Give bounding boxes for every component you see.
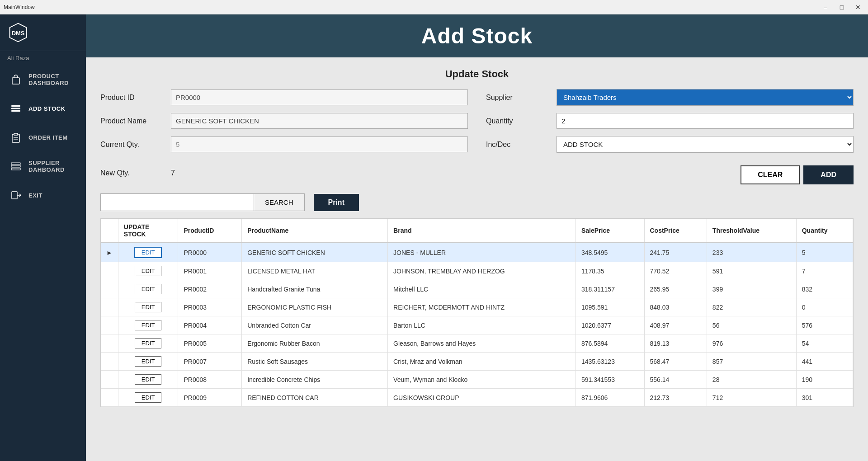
table-cell: 408.97 xyxy=(644,316,707,334)
table-row: ►EDITPR0000GENERIC SOFT CHICKENJONES - M… xyxy=(101,243,853,262)
table-cell: 1020.6377 xyxy=(576,316,644,334)
logo-icon: DMS xyxy=(7,22,29,43)
sidebar-label-product-dashboard: PRODUCT DASHBOARD xyxy=(28,73,79,86)
table-cell: 348.5495 xyxy=(576,243,644,262)
add-button[interactable]: ADD xyxy=(803,165,854,184)
table-row: EDITPR0008Incredible Concrete ChipsVeum,… xyxy=(101,371,853,389)
table-cell: 212.73 xyxy=(644,389,707,407)
edit-cell: EDIT xyxy=(118,243,178,262)
print-button[interactable]: Print xyxy=(314,194,359,211)
close-button[interactable]: ✕ xyxy=(852,3,864,12)
sidebar-user: Ali Raza xyxy=(0,51,86,65)
row-arrow xyxy=(101,334,118,353)
table-cell: GENERIC SOFT CHICKEN xyxy=(242,243,388,262)
col-quantity: Quantity xyxy=(796,219,853,243)
list-icon xyxy=(9,159,23,174)
product-id-input[interactable] xyxy=(171,89,468,105)
row-arrow xyxy=(101,371,118,389)
col-product-name: ProductName xyxy=(242,219,388,243)
table-cell: 576 xyxy=(796,316,853,334)
table-cell: 848.03 xyxy=(644,298,707,316)
quantity-input[interactable] xyxy=(557,113,854,129)
table-cell: 876.5894 xyxy=(576,334,644,353)
product-name-input[interactable] xyxy=(171,113,468,129)
table-header-row: UPDATESTOCK ProductID ProductName Brand … xyxy=(101,219,853,243)
main-content: Add Stock Update Stock Product ID Suppli… xyxy=(86,14,868,461)
table-cell: Barton LLC xyxy=(388,316,576,334)
sidebar-nav: PRODUCT DASHBOARD ADD STOCK xyxy=(0,65,86,461)
new-qty-value: 7 xyxy=(171,169,175,177)
table-cell: 832 xyxy=(796,280,853,298)
new-qty-row: New Qty. 7 xyxy=(100,169,175,177)
main-header: Add Stock xyxy=(86,14,868,57)
quantity-label: Quantity xyxy=(486,117,549,125)
table-cell: 54 xyxy=(796,334,853,353)
table-cell: 822 xyxy=(707,298,796,316)
sidebar-item-supplier-dashboard[interactable]: SUPPLIER DAHBOARD xyxy=(0,152,86,181)
table-cell: REICHERT, MCDERMOTT AND HINTZ xyxy=(388,298,576,316)
edit-button[interactable]: EDIT xyxy=(135,320,162,330)
bars-icon xyxy=(9,101,23,116)
inc-dec-select[interactable]: ADD STOCK REMOVE STOCK xyxy=(557,136,854,153)
table-cell: PR0005 xyxy=(178,334,242,353)
clipboard-icon xyxy=(9,130,23,145)
sidebar-label-add-stock: ADD STOCK xyxy=(28,105,66,112)
sidebar-item-exit[interactable]: EXIT xyxy=(0,181,86,210)
edit-button[interactable]: EDIT xyxy=(135,356,162,367)
titlebar-title: MainWindow xyxy=(4,4,35,10)
table-cell: PR0001 xyxy=(178,262,242,280)
edit-button[interactable]: EDIT xyxy=(135,338,162,348)
table-row: EDITPR0009REFINED COTTON CARGUSIKOWSKI G… xyxy=(101,389,853,407)
edit-button[interactable]: EDIT xyxy=(135,266,162,276)
table-cell: Crist, Mraz and Volkman xyxy=(388,353,576,371)
table-cell: 301 xyxy=(796,389,853,407)
search-button[interactable]: SEARCH xyxy=(254,193,305,211)
row-arrow xyxy=(101,353,118,371)
table-body: ►EDITPR0000GENERIC SOFT CHICKENJONES - M… xyxy=(101,243,853,407)
supplier-label: Supplier xyxy=(486,94,549,102)
edit-cell: EDIT xyxy=(118,389,178,407)
sidebar-item-add-stock[interactable]: ADD STOCK xyxy=(0,94,86,123)
current-qty-row: Current Qty. xyxy=(100,136,468,153)
edit-button[interactable]: EDIT xyxy=(135,374,162,385)
table-row: EDITPR0003ERGONOMIC PLASTIC FISHREICHERT… xyxy=(101,298,853,316)
inc-dec-label: Inc/Dec xyxy=(486,141,549,149)
sidebar-item-product-dashboard[interactable]: PRODUCT DASHBOARD xyxy=(0,65,86,94)
edit-button[interactable]: EDIT xyxy=(135,302,162,312)
col-cost-price: CostPrice xyxy=(644,219,707,243)
table-cell: Ergonomic Rubber Bacon xyxy=(242,334,388,353)
supplier-select[interactable]: Shahzaib Traders xyxy=(557,89,854,106)
table-cell: 1178.35 xyxy=(576,262,644,280)
sidebar-label-exit: EXIT xyxy=(28,192,42,199)
table-cell: Rustic Soft Sausages xyxy=(242,353,388,371)
table-cell: 819.13 xyxy=(644,334,707,353)
svg-rect-7 xyxy=(14,133,18,135)
table-cell: 591.341553 xyxy=(576,371,644,389)
search-input[interactable] xyxy=(100,193,254,211)
buttons-row: CLEAR ADD xyxy=(741,165,854,184)
row-arrow xyxy=(101,280,118,298)
edit-cell: EDIT xyxy=(118,353,178,371)
table-cell: PR0004 xyxy=(178,316,242,334)
svg-rect-5 xyxy=(11,110,20,112)
current-qty-label: Current Qty. xyxy=(100,141,164,149)
table-cell: 1095.591 xyxy=(576,298,644,316)
table-row: EDITPR0007Rustic Soft SausagesCrist, Mra… xyxy=(101,353,853,371)
inc-dec-row: Inc/Dec ADD STOCK REMOVE STOCK xyxy=(486,136,854,153)
sidebar-item-order-item[interactable]: ORDER ITEM xyxy=(0,123,86,152)
product-name-row: Product Name xyxy=(100,113,468,129)
edit-button[interactable]: EDIT xyxy=(135,392,162,403)
edit-button[interactable]: EDIT xyxy=(134,247,162,258)
table-cell: Gleason, Barrows and Hayes xyxy=(388,334,576,353)
current-qty-input[interactable] xyxy=(171,136,468,152)
product-name-label: Product Name xyxy=(100,117,164,125)
col-product-id: ProductID xyxy=(178,219,242,243)
edit-cell: EDIT xyxy=(118,316,178,334)
minimize-button[interactable]: – xyxy=(819,3,832,12)
table-cell: 56 xyxy=(707,316,796,334)
table-cell: Veum, Wyman and Klocko xyxy=(388,371,576,389)
clear-button[interactable]: CLEAR xyxy=(741,165,800,184)
maximize-button[interactable]: □ xyxy=(835,3,848,12)
table-cell: REFINED COTTON CAR xyxy=(242,389,388,407)
edit-button[interactable]: EDIT xyxy=(135,284,162,294)
